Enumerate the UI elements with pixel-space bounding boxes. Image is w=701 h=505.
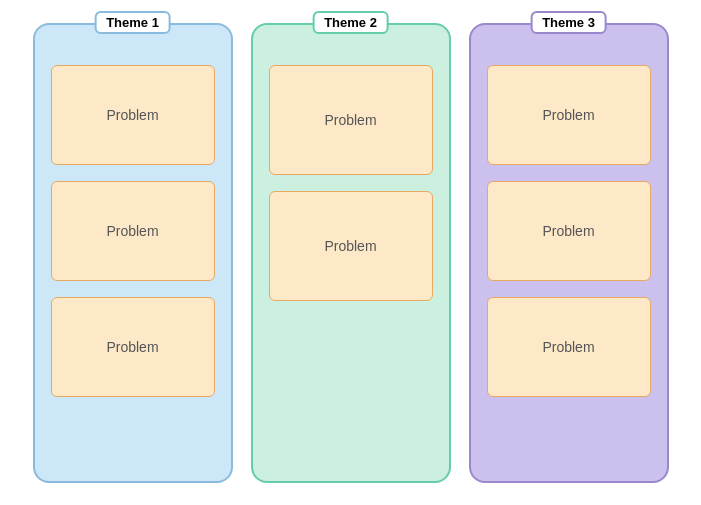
theme2-title: Theme 2 [312,11,389,34]
theme1-problem-3-label: Problem [106,339,158,355]
theme1-problem-2-label: Problem [106,223,158,239]
theme1-problem-1: Problem [51,65,215,165]
theme3-problem-2-label: Problem [542,223,594,239]
themes-container: Theme 1 Problem Problem Problem Theme 2 … [23,13,679,493]
theme1-box: Theme 1 Problem Problem Problem [33,23,233,483]
theme2-problem-1-label: Problem [324,112,376,128]
theme3-problem-3: Problem [487,297,651,397]
theme2-problem-1: Problem [269,65,433,175]
theme3-title: Theme 3 [530,11,607,34]
theme3-problem-2: Problem [487,181,651,281]
theme3-box: Theme 3 Problem Problem Problem [469,23,669,483]
theme2-problem-2: Problem [269,191,433,301]
theme1-title: Theme 1 [94,11,171,34]
theme1-problem-2: Problem [51,181,215,281]
theme2-problem-2-label: Problem [324,238,376,254]
theme2-box: Theme 2 Problem Problem [251,23,451,483]
theme3-problem-3-label: Problem [542,339,594,355]
theme3-problem-1-label: Problem [542,107,594,123]
theme1-problem-3: Problem [51,297,215,397]
theme1-problem-1-label: Problem [106,107,158,123]
theme3-problem-1: Problem [487,65,651,165]
